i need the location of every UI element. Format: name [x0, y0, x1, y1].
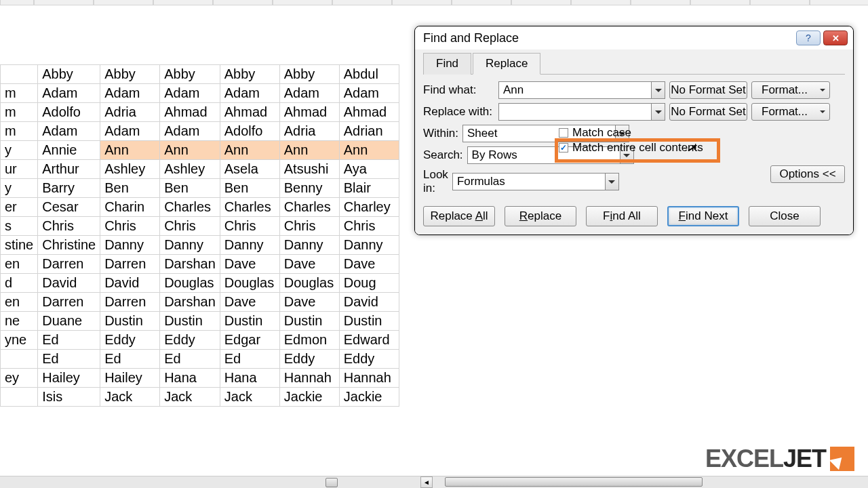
cell[interactable]: stine — [1, 236, 38, 255]
cell[interactable]: Dave — [279, 255, 339, 274]
cell[interactable]: Ann — [100, 141, 160, 160]
cell[interactable]: Eddy — [160, 331, 220, 350]
cell[interactable]: Eddy — [279, 350, 339, 369]
cell[interactable]: Danny — [100, 236, 160, 255]
cell[interactable]: Abby — [279, 65, 339, 84]
cell[interactable]: Dustin — [279, 312, 339, 331]
cell[interactable]: Charles — [220, 198, 279, 217]
cell[interactable]: Adam — [339, 84, 399, 103]
cell[interactable]: Darren — [38, 255, 100, 274]
replace-with-combo[interactable] — [498, 103, 665, 121]
cell[interactable]: Eddy — [339, 350, 399, 369]
column-header-R[interactable] — [690, 0, 750, 5]
cell[interactable]: Jack — [160, 388, 220, 407]
cell[interactable]: Darren — [100, 255, 160, 274]
column-header-G[interactable] — [34, 0, 94, 5]
cell[interactable]: Hannah — [339, 369, 399, 388]
cell[interactable]: Adolfo — [220, 122, 279, 141]
cell[interactable]: Darren — [100, 293, 160, 312]
dropdown-icon[interactable] — [651, 82, 665, 98]
cell[interactable]: Charin — [100, 198, 160, 217]
cell[interactable]: Cesar — [38, 198, 100, 217]
tab-find[interactable]: Find — [423, 53, 471, 75]
column-header-L[interactable] — [332, 0, 392, 5]
cell[interactable]: en — [1, 293, 38, 312]
cell[interactable]: Ahmad — [279, 103, 339, 122]
cell[interactable] — [1, 388, 38, 407]
cell[interactable]: Ann — [279, 141, 339, 160]
cell[interactable]: Edward — [339, 331, 399, 350]
cell[interactable]: Ashley — [100, 160, 160, 179]
column-header-F[interactable] — [0, 0, 34, 5]
cell[interactable]: Ashley — [160, 160, 220, 179]
cell[interactable]: Jack — [220, 388, 279, 407]
cell[interactable]: m — [1, 122, 38, 141]
cell[interactable]: Darren — [38, 293, 100, 312]
cell[interactable]: Atsushi — [279, 160, 339, 179]
cell[interactable]: David — [339, 293, 399, 312]
cell[interactable]: Hailey — [38, 369, 100, 388]
spreadsheet-grid[interactable]: AbbyAbbyAbbyAbbyAbbyAbdulmAdamAdamAdamAd… — [0, 64, 399, 407]
cell[interactable]: en — [1, 255, 38, 274]
cell[interactable]: s — [1, 217, 38, 236]
match-case-checkbox[interactable]: Match case — [559, 126, 703, 140]
cell[interactable]: Ann — [160, 141, 220, 160]
cell[interactable]: Charles — [279, 198, 339, 217]
cell[interactable]: Ann — [220, 141, 279, 160]
cell[interactable]: Annie — [38, 141, 100, 160]
cell[interactable]: Hailey — [100, 369, 160, 388]
tab-replace[interactable]: Replace — [473, 53, 540, 75]
dialog-titlebar[interactable]: Find and Replace ? ✕ — [415, 26, 853, 49]
column-header-K[interactable] — [273, 0, 332, 5]
cell[interactable]: David — [38, 274, 100, 293]
cell[interactable]: Adam — [160, 84, 220, 103]
cell[interactable]: m — [1, 103, 38, 122]
horizontal-scrollbar[interactable]: ◄ — [0, 476, 868, 488]
cell[interactable]: Danny — [160, 236, 220, 255]
cell[interactable]: Danny — [220, 236, 279, 255]
scroll-thumb[interactable] — [326, 478, 338, 487]
find-next-button[interactable]: Find Next — [667, 206, 739, 226]
cell[interactable]: David — [100, 274, 160, 293]
cell[interactable]: Ed — [38, 350, 100, 369]
column-header-P[interactable] — [571, 0, 631, 5]
cell[interactable]: Adam — [279, 84, 339, 103]
cell[interactable]: Jackie — [279, 388, 339, 407]
column-header-H[interactable] — [94, 0, 153, 5]
cell[interactable]: Ben — [160, 179, 220, 198]
column-header-S[interactable] — [750, 0, 810, 5]
cell[interactable]: Barry — [38, 179, 100, 198]
close-button[interactable]: ✕ — [823, 30, 848, 45]
cell[interactable]: Chris — [279, 217, 339, 236]
cell[interactable] — [1, 65, 38, 84]
cell[interactable]: Ahmad — [160, 103, 220, 122]
cell[interactable]: Ahmad — [220, 103, 279, 122]
cell[interactable]: Dustin — [339, 312, 399, 331]
cell[interactable]: Chris — [100, 217, 160, 236]
cell[interactable]: Darshan — [160, 255, 220, 274]
replace-button[interactable]: Replace — [505, 206, 576, 226]
cell[interactable]: Adrian — [339, 122, 399, 141]
cell[interactable]: Charley — [339, 198, 399, 217]
cell[interactable]: y — [1, 141, 38, 160]
match-entire-checkbox[interactable]: Match entire cell contents — [559, 141, 703, 155]
cell[interactable]: Danny — [279, 236, 339, 255]
cell[interactable]: Ed — [160, 350, 220, 369]
replace-with-input[interactable] — [499, 104, 651, 120]
find-format-button[interactable]: Format... — [751, 81, 830, 99]
cell[interactable]: y — [1, 179, 38, 198]
cell[interactable]: ne — [1, 312, 38, 331]
find-what-combo[interactable] — [498, 81, 665, 99]
cell[interactable]: Ed — [220, 350, 279, 369]
cell[interactable]: Charles — [160, 198, 220, 217]
column-header-O[interactable] — [511, 0, 571, 5]
cell[interactable]: Eddy — [100, 331, 160, 350]
cell[interactable]: Doug — [339, 274, 399, 293]
options-button[interactable]: Options << — [770, 165, 845, 183]
cell[interactable]: Ben — [100, 179, 160, 198]
cell[interactable]: Adam — [220, 84, 279, 103]
cell[interactable]: Adam — [160, 122, 220, 141]
cell[interactable]: Aya — [339, 160, 399, 179]
cell[interactable]: Abby — [160, 65, 220, 84]
cell[interactable]: Douglas — [160, 274, 220, 293]
